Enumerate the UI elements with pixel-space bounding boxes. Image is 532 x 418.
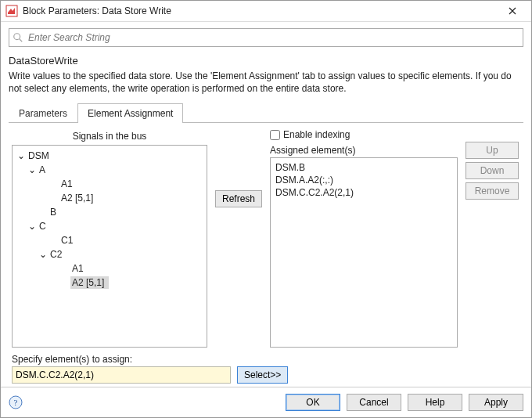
- chevron-down-icon[interactable]: ⌄: [27, 221, 38, 232]
- tab-parameters[interactable]: Parameters: [9, 103, 77, 123]
- assigned-elements-label: Assigned element(s): [270, 143, 458, 157]
- footer-bar: ? OK Cancel Help Apply: [1, 387, 531, 417]
- remove-button[interactable]: Remove: [466, 182, 519, 200]
- chevron-down-icon[interactable]: ⌄: [27, 164, 38, 175]
- apply-button[interactable]: Apply: [469, 394, 523, 411]
- tree-node-dsm[interactable]: ⌄DSM: [14, 149, 205, 163]
- list-item[interactable]: DSM.B: [275, 161, 452, 174]
- up-button[interactable]: Up: [466, 142, 519, 159]
- close-button[interactable]: [498, 2, 527, 20]
- enable-indexing-checkbox[interactable]: [270, 130, 280, 140]
- chevron-down-icon[interactable]: ⌄: [16, 150, 27, 161]
- specify-row: Specify element(s) to assign: Select>>: [12, 354, 520, 384]
- search-field-wrapper: [9, 28, 523, 47]
- search-input[interactable]: [27, 31, 519, 44]
- enable-indexing-row[interactable]: Enable indexing: [270, 128, 458, 143]
- ok-button[interactable]: OK: [286, 394, 340, 411]
- signals-heading: Signals in the bus: [12, 128, 207, 145]
- help-button[interactable]: Help: [408, 394, 462, 411]
- signals-panel: Signals in the bus ⌄DSM ⌄A A1 A2 [5,1] B…: [12, 128, 207, 348]
- dialog-block-parameters: Block Parameters: Data Store Write DataS…: [0, 0, 532, 418]
- svg-point-1: [14, 34, 20, 40]
- app-icon: [5, 5, 18, 17]
- select-button[interactable]: Select>>: [237, 366, 288, 384]
- tree-node-a[interactable]: ⌄A: [14, 163, 205, 177]
- help-icon[interactable]: ?: [9, 395, 23, 409]
- tree-node-a1[interactable]: A1: [14, 177, 205, 191]
- list-item[interactable]: DSM.C.C2.A2(2,1): [275, 186, 452, 199]
- block-description: Write values to the specified data store…: [9, 70, 523, 95]
- signals-tree[interactable]: ⌄DSM ⌄A A1 A2 [5,1] B ⌄C C1 ⌄C2 A1 A2 [5…: [12, 145, 207, 348]
- tree-node-b[interactable]: B: [14, 205, 205, 219]
- tab-body: Signals in the bus ⌄DSM ⌄A A1 A2 [5,1] B…: [9, 123, 523, 387]
- tree-node-c2[interactable]: ⌄C2: [14, 247, 205, 261]
- list-item[interactable]: DSM.A.A2(:,:): [275, 174, 452, 186]
- tree-node-c2-a1[interactable]: A1: [14, 261, 205, 276]
- tree-node-c1[interactable]: C1: [14, 233, 205, 247]
- chevron-down-icon[interactable]: ⌄: [38, 249, 49, 260]
- tree-node-a2[interactable]: A2 [5,1]: [14, 191, 205, 205]
- down-button[interactable]: Down: [466, 162, 519, 179]
- enable-indexing-label: Enable indexing: [283, 129, 350, 140]
- svg-text:?: ?: [14, 398, 18, 407]
- assigned-buttons: Up Down Remove: [466, 128, 520, 348]
- svg-line-2: [20, 39, 23, 42]
- tree-node-c2-a2[interactable]: A2 [5,1]: [14, 276, 205, 290]
- content-area: DataStoreWrite Write values to the speci…: [1, 22, 531, 387]
- tab-bar: Parameters Element Assignment: [9, 103, 523, 123]
- search-icon: [13, 32, 23, 43]
- specify-label: Specify element(s) to assign:: [12, 354, 231, 365]
- block-name: DataStoreWrite: [9, 55, 523, 67]
- tree-node-c[interactable]: ⌄C: [14, 219, 205, 233]
- assigned-panel: Enable indexing Assigned element(s) DSM.…: [270, 128, 458, 348]
- refresh-button[interactable]: Refresh: [215, 190, 262, 207]
- specify-input[interactable]: [12, 366, 231, 384]
- titlebar: Block Parameters: Data Store Write: [1, 1, 531, 22]
- tab-element-assignment[interactable]: Element Assignment: [77, 103, 183, 123]
- window-title: Block Parameters: Data Store Write: [23, 5, 498, 16]
- cancel-button[interactable]: Cancel: [347, 394, 401, 411]
- assigned-elements-list[interactable]: DSM.B DSM.A.A2(:,:) DSM.C.C2.A2(2,1): [270, 157, 458, 348]
